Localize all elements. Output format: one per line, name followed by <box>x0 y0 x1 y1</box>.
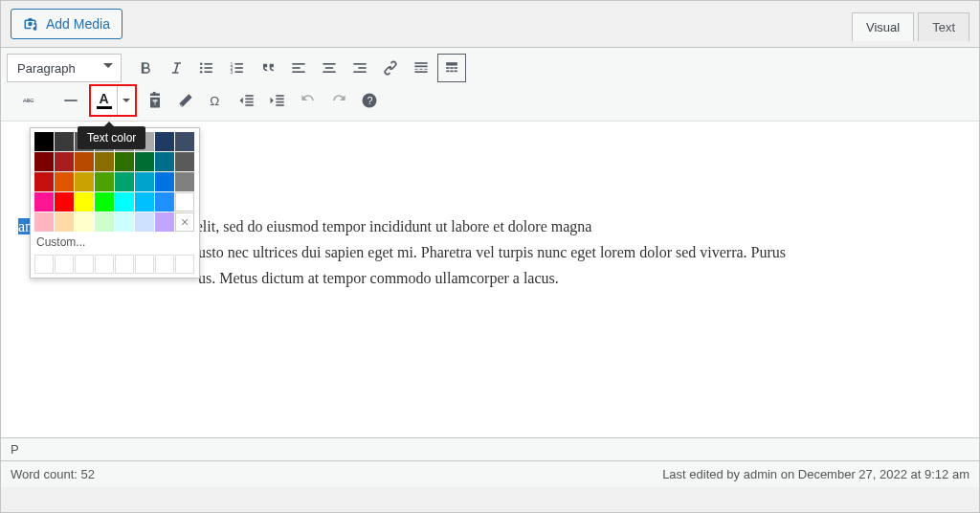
svg-point-2 <box>200 67 203 70</box>
svg-text:T: T <box>153 100 157 106</box>
align-right-button[interactable] <box>345 54 374 82</box>
text-color-dropdown-button[interactable] <box>118 86 135 115</box>
add-media-button[interactable]: Add Media <box>11 9 122 39</box>
readmore-button[interactable] <box>407 54 435 82</box>
svg-rect-14 <box>292 71 304 73</box>
svg-rect-43 <box>276 99 283 100</box>
toolbar-toggle-button[interactable] <box>437 54 466 82</box>
svg-rect-44 <box>276 101 283 103</box>
svg-rect-17 <box>323 71 335 73</box>
link-button[interactable] <box>376 54 405 82</box>
no-color-swatch[interactable]: × <box>175 212 194 232</box>
custom-swatch-empty[interactable] <box>175 255 194 274</box>
color-swatch[interactable] <box>175 172 194 191</box>
color-swatch[interactable] <box>135 152 154 171</box>
color-swatch[interactable] <box>55 152 74 171</box>
custom-swatch-empty[interactable] <box>115 255 134 274</box>
redo-button[interactable] <box>324 86 353 115</box>
color-swatch[interactable] <box>175 192 194 212</box>
custom-swatch-empty[interactable] <box>34 255 54 274</box>
paste-text-button[interactable]: T <box>141 86 169 115</box>
color-swatch[interactable] <box>75 152 94 171</box>
clear-formatting-button[interactable] <box>171 86 200 115</box>
svg-text:3: 3 <box>231 69 234 75</box>
bullet-list-button[interactable] <box>192 54 221 82</box>
svg-rect-29 <box>450 67 453 69</box>
blockquote-button[interactable] <box>254 54 282 82</box>
svg-rect-35 <box>64 100 77 101</box>
custom-swatch-empty[interactable] <box>155 255 174 274</box>
toolbar: Paragraph 123 ABC A Text colo <box>1 47 979 122</box>
color-swatch[interactable] <box>55 192 74 212</box>
custom-swatch-empty[interactable] <box>135 255 154 274</box>
color-swatch[interactable] <box>135 212 154 232</box>
svg-rect-7 <box>235 63 243 65</box>
svg-text:Ω: Ω <box>210 94 219 108</box>
text-color-button[interactable]: A <box>91 86 118 115</box>
color-swatch[interactable] <box>55 172 74 191</box>
svg-rect-38 <box>245 95 253 97</box>
color-swatch[interactable] <box>75 172 94 191</box>
svg-rect-25 <box>424 69 427 70</box>
italic-button[interactable] <box>162 54 190 82</box>
color-swatch[interactable] <box>34 192 54 212</box>
camera-music-icon <box>23 15 40 33</box>
color-swatch[interactable] <box>75 212 94 232</box>
color-swatch[interactable] <box>115 172 134 191</box>
bold-button[interactable] <box>131 54 160 82</box>
hr-button[interactable] <box>56 86 85 115</box>
color-swatch[interactable] <box>95 152 114 171</box>
color-swatch[interactable] <box>95 192 114 212</box>
custom-color-button[interactable]: Custom... <box>34 232 195 253</box>
custom-swatch-empty[interactable] <box>55 255 74 274</box>
outdent-button[interactable] <box>233 86 261 115</box>
help-button[interactable]: ? <box>355 86 384 115</box>
color-swatch[interactable] <box>155 132 174 151</box>
element-path[interactable]: P <box>1 437 979 460</box>
svg-rect-13 <box>292 67 300 69</box>
svg-rect-42 <box>276 95 283 97</box>
indent-button[interactable] <box>263 86 292 115</box>
color-swatch[interactable] <box>115 192 134 212</box>
svg-rect-11 <box>235 71 243 73</box>
special-char-button[interactable]: Ω <box>202 86 231 115</box>
svg-point-4 <box>200 71 203 74</box>
color-swatch[interactable] <box>155 212 174 232</box>
tab-visual[interactable]: Visual <box>852 12 914 41</box>
status-bar: Word count: 52 Last edited by admin on D… <box>1 460 979 487</box>
color-swatch[interactable] <box>75 192 94 212</box>
color-swatch[interactable] <box>95 172 114 191</box>
color-swatch[interactable] <box>55 212 74 232</box>
color-swatch[interactable] <box>155 152 174 171</box>
svg-rect-31 <box>446 71 449 73</box>
color-swatch[interactable] <box>175 132 194 151</box>
letter-a-icon: A <box>99 92 108 105</box>
color-swatch[interactable] <box>34 132 54 151</box>
color-swatch[interactable] <box>34 212 54 232</box>
tab-text[interactable]: Text <box>918 12 969 41</box>
strikethrough-button[interactable]: ABC <box>7 86 55 115</box>
svg-rect-33 <box>455 71 457 73</box>
color-swatch[interactable] <box>155 172 174 191</box>
format-select[interactable]: Paragraph <box>7 54 122 82</box>
custom-swatch-empty[interactable] <box>75 255 94 274</box>
color-swatch[interactable] <box>135 172 154 191</box>
color-swatch[interactable] <box>34 152 54 171</box>
numbered-list-button[interactable]: 123 <box>223 54 252 82</box>
align-center-button[interactable] <box>315 54 344 82</box>
svg-rect-12 <box>292 63 304 65</box>
align-left-button[interactable] <box>284 54 313 82</box>
custom-swatch-empty[interactable] <box>95 255 114 274</box>
undo-button[interactable] <box>294 86 323 115</box>
color-swatch[interactable] <box>115 152 134 171</box>
svg-rect-23 <box>414 69 417 70</box>
color-swatch[interactable] <box>135 192 154 212</box>
color-swatch[interactable] <box>115 212 134 232</box>
color-swatch[interactable] <box>55 132 74 151</box>
color-swatch[interactable] <box>95 212 114 232</box>
svg-rect-32 <box>450 71 453 73</box>
color-swatch[interactable] <box>34 172 54 191</box>
color-swatch[interactable] <box>175 152 194 171</box>
color-swatch[interactable] <box>155 192 174 212</box>
svg-point-0 <box>200 63 203 66</box>
